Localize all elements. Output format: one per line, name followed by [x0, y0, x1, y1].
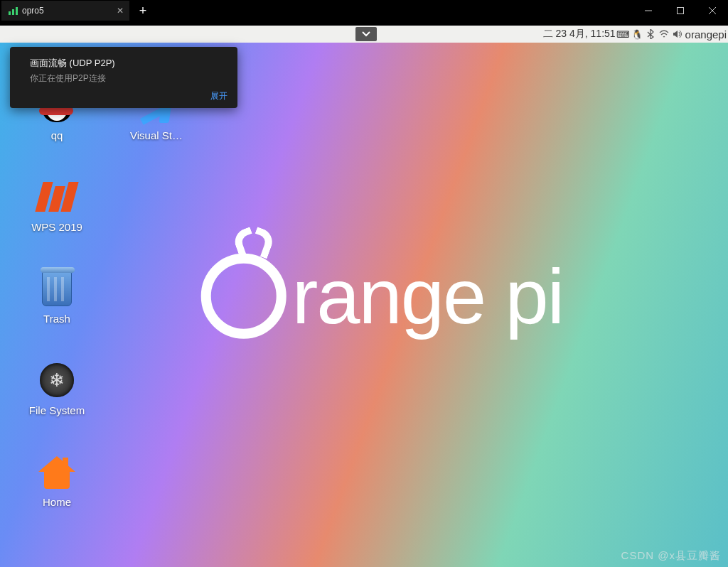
- remote-viewport: range pi 二 23 4月, 11:51 ⌨ 🐧 orangepi: [0, 21, 728, 567]
- signal-bars-icon: [9, 7, 18, 15]
- maximize-button[interactable]: [664, 0, 696, 21]
- close-button[interactable]: [696, 0, 728, 21]
- window-controls: [632, 0, 728, 21]
- desktop-wallpaper[interactable]: range pi: [0, 43, 728, 567]
- icon-label: Home: [43, 496, 71, 508]
- window-titlebar: opro5 ✕ +: [0, 0, 728, 21]
- minimize-button[interactable]: [632, 0, 664, 21]
- desktop-icon-home[interactable]: Home: [14, 450, 100, 508]
- connection-toast: 画面流畅 (UDP P2P) 你正在使用P2P连接 展开: [10, 47, 237, 108]
- panel-dropdown-button[interactable]: [355, 27, 377, 41]
- svg-rect-1: [677, 8, 683, 14]
- wifi-tray-icon[interactable]: [658, 30, 670, 38]
- tab-close-icon[interactable]: ✕: [117, 6, 124, 16]
- home-icon: [40, 456, 74, 487]
- volume-tray-icon[interactable]: [672, 30, 683, 38]
- panel-clock[interactable]: 二 23 4月, 11:51: [543, 28, 616, 40]
- keyboard-tray-icon[interactable]: ⌨: [618, 29, 629, 40]
- toast-expand-link[interactable]: 展开: [20, 90, 228, 102]
- wallpaper-brand: range pi: [201, 251, 564, 341]
- filesystem-icon: ❄: [40, 363, 74, 397]
- app-tab[interactable]: opro5 ✕: [1, 1, 129, 21]
- top-panel: 二 23 4月, 11:51 ⌨ 🐧 orangepi: [0, 26, 728, 43]
- icon-label: File System: [29, 404, 85, 416]
- panel-hostname[interactable]: orangepi: [685, 28, 727, 40]
- desktop-icon-wps[interactable]: WPS 2019: [14, 176, 100, 233]
- toast-title: 画面流畅 (UDP P2P): [30, 57, 115, 70]
- icon-label: Trash: [43, 313, 70, 325]
- desktop-icons: qq WPS 2019 Trash ❄ File System Home: [14, 84, 100, 508]
- tab-title: opro5: [22, 6, 44, 16]
- desktop-icon-trash[interactable]: Trash: [14, 267, 100, 325]
- wps-icon: [38, 182, 76, 212]
- icon-label: qq: [51, 129, 63, 141]
- trash-icon: [42, 271, 72, 306]
- icon-label: Visual St…: [130, 129, 183, 141]
- brand-text: range pi: [292, 251, 564, 341]
- orange-icon: [201, 253, 287, 338]
- bluetooth-tray-icon[interactable]: [645, 29, 656, 39]
- new-tab-button[interactable]: +: [132, 0, 154, 21]
- desktop-icon-filesystem[interactable]: ❄ File System: [14, 359, 100, 416]
- icon-label: WPS 2019: [31, 221, 82, 233]
- tux-tray-icon[interactable]: 🐧: [631, 29, 643, 40]
- csdn-watermark: CSDN @x县豆瓣酱: [621, 549, 721, 563]
- toast-subtitle: 你正在使用P2P连接: [30, 72, 115, 85]
